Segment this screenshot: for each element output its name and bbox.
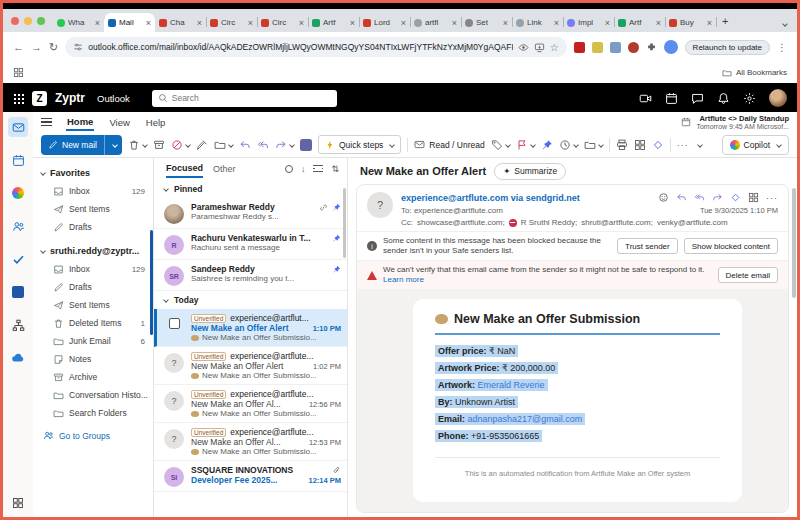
calendar-icon[interactable] xyxy=(665,92,678,105)
delete-button[interactable] xyxy=(128,139,147,151)
rail-copilot-icon[interactable] xyxy=(8,183,28,203)
message-more-button[interactable]: ··· xyxy=(766,193,778,203)
folder-notes[interactable]: Notes xyxy=(39,350,153,368)
tab-focused[interactable]: Focused xyxy=(166,160,203,178)
rail-people-icon[interactable] xyxy=(8,216,28,236)
close-window-button[interactable] xyxy=(11,17,19,25)
new-tab-button[interactable]: + xyxy=(716,15,734,27)
tab-artfl-web[interactable]: artfl× xyxy=(410,13,461,32)
sort-icon[interactable]: ⇅ xyxy=(331,164,339,174)
rules-button[interactable] xyxy=(584,139,603,151)
categorize-button[interactable] xyxy=(491,139,510,151)
search-box[interactable] xyxy=(152,90,337,107)
notifications-bell-icon[interactable] xyxy=(717,92,730,105)
folder-junk[interactable]: Junk Email6 xyxy=(39,332,153,350)
chrome-profile-avatar[interactable] xyxy=(664,40,678,54)
reply-button[interactable] xyxy=(239,139,251,151)
minimize-window-button[interactable] xyxy=(24,17,32,25)
close-icon[interactable]: × xyxy=(452,18,457,28)
cc-recipient[interactable]: venky@artflute.com xyxy=(657,218,728,227)
move-to-button[interactable] xyxy=(214,139,233,151)
tab-artf-sheet-1[interactable]: Artf× xyxy=(308,13,359,32)
summarize-button[interactable]: ✦Summarize xyxy=(494,163,566,180)
from-address-link[interactable]: experience@artflute.com via sendgrid.net xyxy=(401,193,652,203)
tab-circ-2[interactable]: Circ× xyxy=(257,13,308,32)
show-blocked-content-button[interactable]: Show blocked content xyxy=(684,238,778,254)
cc-recipient[interactable]: shruti@artflute.com; xyxy=(581,218,653,227)
tab-mail-active[interactable]: Mail× xyxy=(104,13,155,32)
folder-deleted[interactable]: Deleted Items1 xyxy=(39,314,153,332)
message-list-scrollbar[interactable] xyxy=(343,188,346,258)
sweep-button[interactable] xyxy=(196,139,208,151)
folder-drafts[interactable]: Drafts xyxy=(39,278,153,296)
folder-inbox-fav[interactable]: Inbox129 xyxy=(39,182,153,200)
tab-circ-1[interactable]: Circ× xyxy=(206,13,257,32)
forward-button-mail[interactable] xyxy=(275,139,294,151)
reply-all-icon[interactable] xyxy=(694,192,705,203)
rail-more-apps-icon[interactable] xyxy=(8,493,28,513)
quick-steps-button[interactable]: Quick steps xyxy=(318,135,401,154)
today-section-header[interactable]: Today xyxy=(154,291,347,309)
apps-grid-icon[interactable] xyxy=(13,67,24,78)
settings-gear-icon[interactable] xyxy=(743,92,756,105)
reactions-smiley-icon[interactable] xyxy=(658,192,669,203)
pin-button[interactable] xyxy=(541,139,553,151)
message-checkbox[interactable] xyxy=(169,318,180,329)
folder-inbox[interactable]: Inbox129 xyxy=(39,260,153,278)
apps-grid-icon[interactable] xyxy=(748,192,759,203)
close-icon[interactable]: × xyxy=(401,18,406,28)
report-block-button[interactable] xyxy=(171,139,190,151)
tab-home[interactable]: Home xyxy=(66,114,94,131)
artwork-link[interactable]: Emerald Reverie xyxy=(478,380,545,390)
reply-all-button[interactable] xyxy=(257,139,269,151)
forward-button[interactable]: → xyxy=(31,41,42,53)
cc-recipient[interactable]: R Sruthi Reddy; xyxy=(521,218,577,227)
favorites-header[interactable]: Favorites xyxy=(39,164,153,182)
url-field[interactable]: outlook.office.com/mail/inbox/id/AAQkADE… xyxy=(65,37,566,57)
folder-sent-fav[interactable]: Sent Items xyxy=(39,200,153,218)
forward-icon[interactable] xyxy=(712,192,723,203)
extension-a-icon[interactable] xyxy=(574,42,585,53)
folder-archive[interactable]: Archive xyxy=(39,368,153,386)
addins-diamond-icon[interactable] xyxy=(730,192,741,203)
new-mail-dropdown[interactable] xyxy=(104,135,122,155)
tab-help[interactable]: Help xyxy=(145,115,167,130)
list-item[interactable]: ? Unverifiedexperience@artflute... New M… xyxy=(154,347,347,385)
hamburger-menu-icon[interactable] xyxy=(41,118,52,126)
meet-now-icon[interactable] xyxy=(639,92,652,105)
close-icon[interactable]: × xyxy=(554,18,559,28)
read-unread-button[interactable]: Read / Unread xyxy=(414,139,484,150)
extension-blue-icon[interactable] xyxy=(610,42,621,53)
folder-conversation-history[interactable]: Conversation Histo... xyxy=(39,386,153,404)
rail-calendar-icon[interactable] xyxy=(8,150,28,170)
learn-more-link[interactable]: Learn more xyxy=(383,275,424,284)
tab-other[interactable]: Other xyxy=(213,161,236,177)
cc-recipient[interactable]: showcase@artflute.com; xyxy=(417,218,505,227)
close-icon[interactable]: × xyxy=(146,18,151,28)
close-icon[interactable]: × xyxy=(350,18,355,28)
folder-drafts-fav[interactable]: Drafts xyxy=(39,218,153,236)
tab-view[interactable]: View xyxy=(108,115,130,130)
feedback-chat-icon[interactable] xyxy=(691,92,704,105)
close-icon[interactable]: × xyxy=(197,18,202,28)
tab-whatsapp[interactable]: Wha× xyxy=(53,13,104,32)
snooze-button[interactable] xyxy=(559,139,578,151)
email-link[interactable]: adnanpasha217@gmail.com xyxy=(468,414,583,424)
tab-overflow-chevron-icon[interactable] xyxy=(770,12,797,30)
print-button[interactable] xyxy=(616,139,628,151)
extensions-puzzle-icon[interactable] xyxy=(646,42,657,53)
list-item[interactable]: SI SSQUARE INNOVATIONS Developer Fee 202… xyxy=(154,461,347,492)
filter-icon[interactable] xyxy=(313,165,323,173)
tab-impl[interactable]: Impl× xyxy=(563,13,614,32)
close-icon[interactable]: × xyxy=(95,18,100,28)
go-to-groups-link[interactable]: Go to Groups xyxy=(39,422,153,441)
reload-button[interactable]: ↻ xyxy=(49,41,58,54)
tune-icon[interactable] xyxy=(73,42,83,52)
list-item[interactable]: ? Unverifiedexperience@artflute... New M… xyxy=(154,423,347,461)
pinned-section-header[interactable]: Pinned xyxy=(154,180,347,198)
addins-button[interactable] xyxy=(652,139,664,151)
zoom-window-button[interactable] xyxy=(37,17,45,25)
bookmark-star-icon[interactable]: ☆ xyxy=(550,42,559,53)
archive-button[interactable] xyxy=(153,139,165,151)
close-icon[interactable]: × xyxy=(707,18,712,28)
